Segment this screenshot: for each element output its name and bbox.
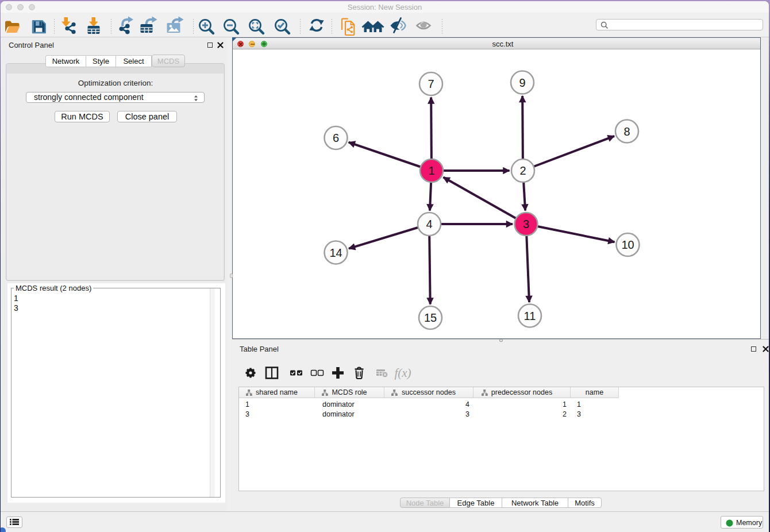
svg-text:2: 2 <box>519 164 526 177</box>
svg-text:6: 6 <box>333 132 339 144</box>
svg-text:10: 10 <box>621 238 634 251</box>
svg-text:9: 9 <box>519 76 525 89</box>
svg-text:11: 11 <box>524 310 536 322</box>
svg-text:3: 3 <box>523 218 529 230</box>
svg-text:7: 7 <box>428 78 434 90</box>
svg-text:f(x): f(x) <box>394 366 411 380</box>
svg-text:8: 8 <box>623 125 630 138</box>
svg-text:4: 4 <box>426 218 432 230</box>
svg-text:15: 15 <box>424 311 437 324</box>
svg-text:14: 14 <box>329 246 342 259</box>
svg-text:1: 1 <box>428 164 434 177</box>
